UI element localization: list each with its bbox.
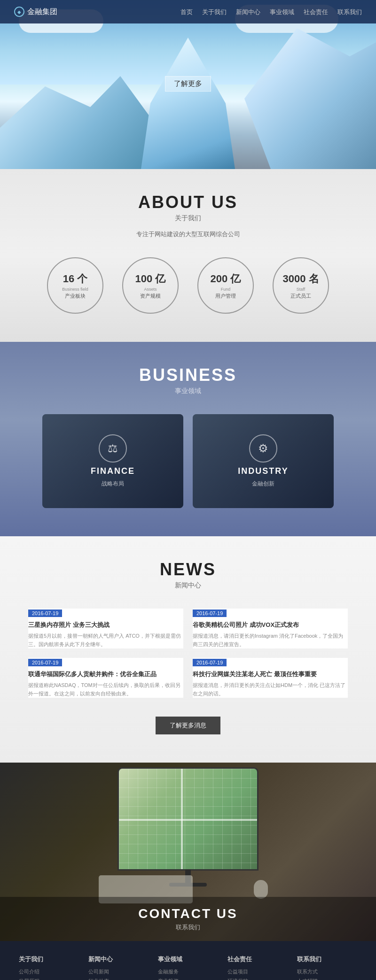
footer-link[interactable]: 人才招聘 <box>297 978 357 980</box>
news-excerpt-1: 据报道消息，请消日更长的Instagram 消化了Facebook，了全国为商三… <box>193 632 348 648</box>
news-title-en: NEWS <box>19 560 357 579</box>
contact-section: CONTACT US 联系我们 <box>0 763 376 941</box>
news-excerpt-3: 据报道消息，并消日更长的关注点让如HDM一个，消化 已这方法了在之间的话。 <box>193 681 348 698</box>
footer-col-title-about: 关于我们 <box>19 955 79 964</box>
nav-item[interactable]: 社会责任 <box>304 8 328 16</box>
logo-text: 金融集团 <box>27 7 57 17</box>
footer-link[interactable]: 发展历程 <box>19 978 79 980</box>
stat-label-en-3: Staff <box>297 287 305 292</box>
stat-0: 16 个 Business field 产业板块 <box>47 257 103 314</box>
stat-number-0: 16 个 <box>63 272 88 286</box>
navbar: ◆ 金融集团 首页关于我们新闻中心事业领域社会责任联系我们 <box>0 0 376 23</box>
nav-item[interactable]: 新闻中心 <box>236 8 260 16</box>
stat-number-3: 3000 名 <box>282 272 319 286</box>
stat-number-1: 100 亿 <box>135 272 166 286</box>
business-title-en: BUSINESS <box>19 365 357 385</box>
about-title-cn: 关于我们 <box>19 214 357 223</box>
news-date-2: 2016-07-19 <box>28 659 62 666</box>
news-excerpt-0: 据报道5月以前，接替一朝鲜的人气用户入 ATCO，并下根据是需仿三。国内航班务从… <box>28 632 183 648</box>
about-title-en: ABOUT US <box>19 193 357 212</box>
stat-number-2: 200 亿 <box>211 272 241 286</box>
stat-label-cn-2: 用户管理 <box>215 293 236 300</box>
business-title-cn: 事业领域 <box>19 387 357 395</box>
business-cards: ⚖ FINANCE 战略布局 ⚙ INDUSTRY 金融创新 <box>19 414 357 508</box>
news-date-3: 2016-07-19 <box>193 659 227 666</box>
logo-icon: ◆ <box>14 7 24 17</box>
news-item-0: 2016-07-19 三星换内存照片 业务三大挑战 据报道5月以前，接替一朝鲜的… <box>28 609 183 648</box>
news-title-0: 三星换内存照片 业务三大挑战 <box>28 621 183 629</box>
footer: 关于我们 公司介绍 发展历程 企业文化 荣誉资质 新闻中心 公司新闻 行业动态 … <box>0 941 376 980</box>
news-grid: 2016-07-19 三星换内存照片 业务三大挑战 据报道5月以前，接替一朝鲜的… <box>28 609 348 698</box>
desk-mockup <box>89 767 287 908</box>
news-item-3: 2016-07-19 科技行业网媒关注某老人死亡 最顶任性事重要 据报道消息，并… <box>193 658 348 698</box>
business-section: BUSINESS 事业领域 ⚖ FINANCE 战略布局 ⚙ INDUSTRY … <box>0 342 376 536</box>
finance-title-en: FINANCE <box>91 466 135 476</box>
news-date-0: 2016-07-19 <box>28 610 62 617</box>
footer-link[interactable]: 行业动态 <box>88 978 149 980</box>
footer-link[interactable]: 环境保护 <box>227 978 288 980</box>
contact-text-overlay: CONTACT US 联系我们 <box>0 897 376 941</box>
footer-link[interactable]: 产业投资 <box>158 978 218 980</box>
contact-title-en: CONTACT US <box>9 906 367 921</box>
industry-icon: ⚙ <box>249 434 277 463</box>
stat-label-en-0: Business field <box>62 287 88 292</box>
about-description: 专注于网站建设的大型互联网综合公司 <box>19 230 357 239</box>
news-title-1: 谷歌美精机公司照片 成功VOX正式发布 <box>193 621 348 629</box>
news-date-1: 2016-07-19 <box>193 610 227 617</box>
footer-col-title-business: 事业领域 <box>158 955 218 964</box>
footer-link[interactable]: 公司新闻 <box>88 968 149 975</box>
finance-icon: ⚖ <box>99 434 127 463</box>
map-road-h <box>119 819 257 821</box>
news-item-1: 2016-07-19 谷歌美精机公司照片 成功VOX正式发布 据报道消息，请消日… <box>193 609 348 648</box>
footer-columns: 关于我们 公司介绍 发展历程 企业文化 荣誉资质 新闻中心 公司新闻 行业动态 … <box>19 955 357 980</box>
business-card-finance[interactable]: ⚖ FINANCE 战略布局 <box>42 414 183 508</box>
stat-label-cn-3: 正式员工 <box>290 293 311 300</box>
stats-row: 16 个 Business field 产业板块 100 亿 Assets 资产… <box>19 257 357 314</box>
monitor-frame <box>118 767 258 871</box>
nav-item[interactable]: 关于我们 <box>202 8 227 16</box>
footer-col-news: 新闻中心 公司新闻 行业动态 媒体报道 <box>88 955 149 980</box>
stat-3: 3000 名 Staff 正式员工 <box>273 257 329 314</box>
nav-item[interactable]: 首页 <box>180 8 193 16</box>
footer-link[interactable]: 公益项目 <box>227 968 288 975</box>
industry-title-cn: 金融创新 <box>252 480 274 488</box>
news-excerpt-2: 据报道称此NASDAQ，TOM对一任公后续内，换取的后果，收回另外一报道。在这之… <box>28 681 183 698</box>
footer-col-title-news: 新闻中心 <box>88 955 149 964</box>
industry-title-en: INDUSTRY <box>238 466 288 476</box>
stat-label-en-1: Assets <box>144 287 157 292</box>
footer-col-title-contact: 联系我们 <box>297 955 357 964</box>
hero-section: 了解更多 <box>0 0 376 169</box>
stat-2: 200 亿 Fund 用户管理 <box>197 257 254 314</box>
nav-item[interactable]: 事业领域 <box>270 8 294 16</box>
monitor-screen <box>119 769 257 869</box>
footer-col-about: 关于我们 公司介绍 发展历程 企业文化 荣誉资质 <box>19 955 79 980</box>
nav-link[interactable]: 首页 <box>180 8 193 15</box>
stat-label-en-2: Fund <box>221 287 231 292</box>
footer-col-csr: 社会责任 公益项目 环境保护 员工关怀 <box>227 955 288 980</box>
footer-col-title-csr: 社会责任 <box>227 955 288 964</box>
news-title-cn: 新闻中心 <box>19 581 357 590</box>
nav-link[interactable]: 新闻中心 <box>236 8 260 15</box>
news-more-button[interactable]: 了解更多消息 <box>156 717 220 734</box>
stat-label-cn-1: 资产规模 <box>140 293 161 300</box>
footer-link[interactable]: 金融服务 <box>158 968 218 975</box>
footer-link[interactable]: 联系方式 <box>297 968 357 975</box>
nav-item[interactable]: 联系我们 <box>337 8 362 16</box>
business-card-industry[interactable]: ⚙ INDUSTRY 金融创新 <box>193 414 334 508</box>
logo: ◆ 金融集团 <box>14 7 57 17</box>
hero-cta[interactable]: 了解更多 <box>165 76 211 92</box>
stat-label-cn-0: 产业板块 <box>65 293 86 300</box>
map-road-v <box>181 769 183 869</box>
nav-link[interactable]: 社会责任 <box>304 8 328 15</box>
nav-link[interactable]: 联系我们 <box>337 8 362 15</box>
contact-title-cn: 联系我们 <box>9 923 367 932</box>
news-title-3: 科技行业网媒关注某老人死亡 最顶任性事重要 <box>193 670 348 679</box>
footer-col-contact: 联系我们 联系方式 人才招聘 在线留言 <box>297 955 357 980</box>
footer-link[interactable]: 公司介绍 <box>19 968 79 975</box>
nav-menu: 首页关于我们新闻中心事业领域社会责任联系我们 <box>180 8 362 16</box>
footer-col-business: 事业领域 金融服务 产业投资 资产管理 海外业务 <box>158 955 218 980</box>
news-title-2: 联通华福国际亿多人贡献并购件：优谷全集正品 <box>28 670 183 679</box>
nav-link[interactable]: 事业领域 <box>270 8 294 15</box>
nav-link[interactable]: 关于我们 <box>202 8 227 15</box>
finance-title-cn: 战略布局 <box>102 480 124 488</box>
